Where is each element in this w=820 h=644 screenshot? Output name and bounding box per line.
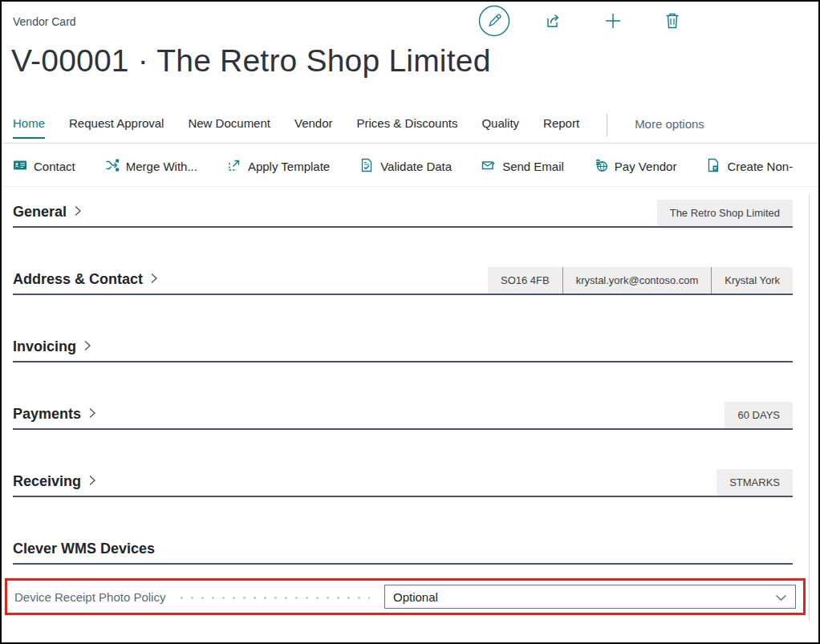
scrollbar-track[interactable] <box>809 194 810 621</box>
contact-card-icon <box>13 158 27 175</box>
validate-data-icon <box>359 158 374 175</box>
chevron-right-icon <box>88 474 96 490</box>
card-content: General The Retro Shop Limited Address &… <box>13 183 793 565</box>
tab-request-approval[interactable]: Request Approval <box>69 116 164 139</box>
section-summary-badges: 60 DAYS <box>725 402 793 428</box>
section-title: Clever WMS Devices <box>13 541 155 557</box>
more-options-button[interactable]: More options <box>635 117 704 138</box>
section-summary-badges: The Retro Shop Limited <box>657 200 793 226</box>
share-icon <box>545 12 562 32</box>
breadcrumb: Vendor Card <box>13 15 76 28</box>
field-label: Device Receipt Photo Policy <box>14 590 165 604</box>
tab-new-document[interactable]: New Document <box>188 116 270 139</box>
summary-badge[interactable]: SO16 4FB <box>488 267 562 294</box>
section-general: General The Retro Shop Limited <box>13 197 793 228</box>
chevron-right-icon <box>150 272 158 288</box>
ribbon-action-bar: Contact Merge With... Apply <box>13 151 818 181</box>
action-label: Create Non- <box>727 160 793 173</box>
action-label: Contact <box>34 160 75 173</box>
section-rule <box>13 563 793 565</box>
tab-quality[interactable]: Quality <box>481 116 519 139</box>
apply-template-icon <box>227 158 242 175</box>
edit-pencil-icon <box>478 5 510 39</box>
create-document-icon <box>706 158 721 175</box>
chevron-down-icon <box>775 590 787 604</box>
section-address-contact-header[interactable]: Address & Contact <box>13 271 158 294</box>
section-clever-wms-devices-header[interactable]: Clever WMS Devices <box>13 541 155 563</box>
tab-vendor[interactable]: Vendor <box>294 116 333 139</box>
action-label: Pay Vendor <box>615 160 677 173</box>
dotted-leader <box>177 597 370 599</box>
action-send-email[interactable]: Send Email <box>481 158 564 175</box>
section-rule <box>13 428 793 430</box>
vendor-card-window: Vendor Card <box>2 2 818 642</box>
section-title: Address & Contact <box>13 271 143 288</box>
tab-divider <box>607 114 607 136</box>
section-address-contact: Address & Contact SO16 4FB krystal.york@… <box>13 265 793 295</box>
chevron-right-icon <box>88 407 96 423</box>
page-title: V-00001 · The Retro Shop Limited <box>11 43 491 79</box>
combo-value: Optional <box>393 590 438 604</box>
action-label: Validate Data <box>380 160 452 173</box>
menu-tab-bar: Home Request Approval New Document Vendo… <box>13 114 704 141</box>
action-create-nonconformity[interactable]: Create Non- <box>706 158 793 175</box>
section-clever-wms-devices: Clever WMS Devices <box>13 534 793 565</box>
action-label: Send Email <box>502 160 564 173</box>
section-receiving: Receiving STMARKS <box>13 467 793 497</box>
section-payments: Payments 60 DAYS <box>13 399 793 430</box>
tab-prices-discounts[interactable]: Prices & Discounts <box>357 116 458 139</box>
chevron-right-icon <box>83 339 91 355</box>
header-action-bar <box>478 6 688 38</box>
send-email-icon <box>481 158 496 175</box>
section-invoicing: Invoicing <box>13 332 793 363</box>
action-label: Merge With... <box>126 160 197 173</box>
section-receiving-header[interactable]: Receiving <box>13 473 96 496</box>
section-summary-badges: STMARKS <box>716 469 793 496</box>
summary-badge[interactable]: Krystal York <box>711 267 793 294</box>
section-title: Invoicing <box>13 338 76 355</box>
device-receipt-photo-policy-row: Device Receipt Photo Policy Optional <box>5 578 806 615</box>
summary-badge[interactable]: STMARKS <box>716 469 793 496</box>
device-receipt-photo-policy-select[interactable]: Optional <box>384 585 796 609</box>
summary-badge[interactable]: krystal.york@contoso.com <box>562 267 712 294</box>
section-invoicing-header[interactable]: Invoicing <box>13 338 91 361</box>
section-title: Payments <box>13 406 81 423</box>
section-summary-badges: SO16 4FB krystal.york@contoso.com Krysta… <box>488 267 793 294</box>
add-plus-icon <box>604 12 622 32</box>
tab-report[interactable]: Report <box>543 116 579 139</box>
edit-button[interactable] <box>478 6 510 38</box>
action-merge-with[interactable]: Merge With... <box>105 158 197 175</box>
tab-bar-rule <box>2 143 818 144</box>
section-title: General <box>13 204 67 221</box>
share-button[interactable] <box>538 6 570 38</box>
section-rule <box>13 496 793 497</box>
summary-badge[interactable]: The Retro Shop Limited <box>657 200 793 226</box>
action-validate-data[interactable]: Validate Data <box>359 158 452 175</box>
tab-home[interactable]: Home <box>13 116 45 139</box>
action-label: Apply Template <box>248 160 330 173</box>
chevron-right-icon <box>74 205 82 221</box>
action-pay-vendor[interactable]: Pay Vendor <box>594 158 677 175</box>
section-rule <box>13 361 793 363</box>
section-rule <box>13 294 793 295</box>
pay-vendor-icon <box>594 158 608 175</box>
delete-trash-icon <box>664 12 681 32</box>
summary-badge[interactable]: 60 DAYS <box>725 402 793 428</box>
section-rule <box>13 226 793 228</box>
section-title: Receiving <box>13 473 81 490</box>
section-payments-header[interactable]: Payments <box>13 406 96 428</box>
delete-button[interactable] <box>656 6 688 38</box>
merge-icon <box>105 158 120 175</box>
section-general-header[interactable]: General <box>13 204 82 226</box>
action-apply-template[interactable]: Apply Template <box>227 158 330 175</box>
new-button[interactable] <box>597 6 629 38</box>
action-contact[interactable]: Contact <box>13 158 75 175</box>
